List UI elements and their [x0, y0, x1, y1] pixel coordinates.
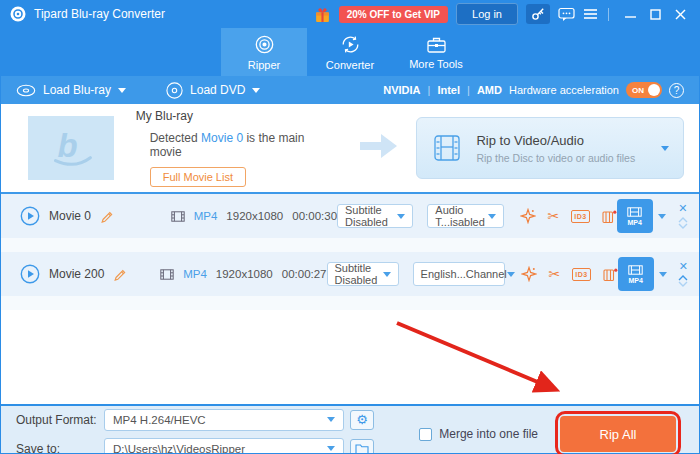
- feedback-icon[interactable]: [558, 7, 575, 22]
- rip-all-button[interactable]: Rip All: [560, 416, 676, 452]
- register-key-button[interactable]: [526, 4, 550, 24]
- row-divider: [0, 296, 700, 310]
- subtitle-select[interactable]: Subtitle Disabled: [337, 204, 413, 228]
- move-down-icon[interactable]: [678, 281, 688, 287]
- play-icon[interactable]: [20, 264, 40, 284]
- flow-arrow-icon: [360, 134, 398, 162]
- format-badge: MP4: [194, 210, 218, 222]
- help-icon[interactable]: ?: [669, 83, 684, 98]
- tab-converter[interactable]: Converter: [307, 28, 393, 76]
- chevron-down-icon: [327, 417, 335, 422]
- id3-tag-icon[interactable]: ID3: [572, 268, 590, 281]
- hardware-acceleration-toggle[interactable]: ON: [626, 82, 662, 98]
- folder-icon: [355, 443, 369, 454]
- output-profile-dropdown-icon[interactable]: [658, 214, 666, 219]
- save-to-select[interactable]: D:\Users\hz\VideosRipper: [104, 438, 344, 454]
- metadata-edit-icon[interactable]: [603, 267, 618, 282]
- row-divider: [0, 238, 700, 252]
- dvd-disc-icon: [166, 82, 183, 99]
- toggle-knob: [648, 84, 660, 96]
- remove-row-icon[interactable]: ✕: [678, 203, 687, 214]
- cut-icon[interactable]: ✂: [549, 267, 561, 281]
- menu-icon[interactable]: [583, 8, 598, 20]
- disc-title: My Blu-ray: [136, 109, 335, 123]
- gift-icon[interactable]: [314, 6, 331, 23]
- save-to-value: D:\Users\hz\VideosRipper: [113, 443, 245, 454]
- toggle-on-label: ON: [632, 86, 644, 95]
- tab-more-tools-label: More Tools: [409, 58, 463, 70]
- chevron-down-icon: [327, 446, 335, 451]
- merge-checkbox[interactable]: [419, 428, 432, 441]
- movie-meta: MP4 1920x1080 00:00:27: [160, 268, 326, 280]
- maximize-icon[interactable]: [650, 9, 661, 20]
- chevron-down-icon: [383, 272, 391, 277]
- ripper-icon: [254, 34, 275, 55]
- promo-badge[interactable]: 20% OFF to Get VIP: [339, 6, 448, 23]
- row-actions: ✕: [676, 203, 690, 229]
- load-dvd-button[interactable]: Load DVD: [166, 82, 260, 99]
- bluray-logo-icon: b: [42, 127, 100, 169]
- remove-row-icon[interactable]: ✕: [679, 261, 688, 272]
- play-icon[interactable]: [20, 206, 40, 226]
- load-bluray-dropdown-icon[interactable]: [118, 88, 126, 93]
- intel-label: Intel: [437, 84, 460, 96]
- edit-effects-icon[interactable]: [521, 266, 537, 282]
- output-format-select[interactable]: MP4 H.264/HEVC: [104, 409, 344, 431]
- main-movie-link[interactable]: Movie 0: [201, 131, 243, 145]
- tab-ripper-label: Ripper: [248, 59, 280, 71]
- id3-tag-icon[interactable]: ID3: [571, 210, 589, 223]
- edit-effects-icon[interactable]: [520, 208, 536, 224]
- subtitle-select-value: Subtitle Disabled: [335, 262, 383, 286]
- rip-mode-subtitle: Rip the Disc to video or audio files: [476, 152, 635, 164]
- audio-track-select[interactable]: Audio T...isabled: [427, 204, 503, 228]
- detected-line: Detected Movie 0 is the main movie: [150, 131, 335, 159]
- movie-row: Movie 200 MP4 1920x1080 00:00:27 Subtitl…: [0, 252, 700, 296]
- row-actions: ✕: [677, 261, 690, 287]
- hardware-acceleration-label: Hardware acceleration: [509, 84, 619, 96]
- format-settings-button[interactable]: ⚙: [350, 410, 374, 430]
- row-tool-icons: ✂ ID3: [520, 208, 617, 224]
- close-icon[interactable]: [675, 9, 686, 20]
- merge-option: Merge into one file: [419, 427, 538, 441]
- rename-pencil-icon[interactable]: [100, 209, 114, 223]
- tab-more-tools[interactable]: More Tools: [393, 28, 479, 76]
- footer-bar: Output Format: MP4 H.264/HEVC ⚙ Save to:…: [0, 404, 700, 454]
- minimize-icon[interactable]: [625, 9, 636, 20]
- output-profile-button[interactable]: MP4: [617, 199, 653, 233]
- metadata-edit-icon[interactable]: [602, 209, 617, 224]
- rip-mode-selector[interactable]: Rip to Video/Audio Rip the Disc to video…: [416, 117, 684, 179]
- merge-checkbox-label: Merge into one file: [439, 427, 538, 441]
- app-window: Tipard Blu-ray Converter 20% OFF to Get …: [0, 0, 700, 454]
- svg-text:b: b: [57, 127, 77, 164]
- load-bluray-button[interactable]: Load Blu-ray: [16, 83, 126, 97]
- output-format-label: Output Format:: [16, 413, 104, 427]
- output-format-value: MP4 H.264/HEVC: [113, 414, 206, 426]
- cut-icon[interactable]: ✂: [548, 209, 560, 223]
- load-dvd-dropdown-icon[interactable]: [252, 88, 260, 93]
- rip-all-wrap: Rip All: [560, 416, 676, 452]
- movie-meta: MP4 1920x1080 00:00:30: [171, 210, 337, 222]
- audio-track-select[interactable]: English...Channel: [413, 262, 505, 286]
- full-movie-list-button[interactable]: Full Movie List: [150, 167, 246, 187]
- subtitle-select[interactable]: Subtitle Disabled: [327, 262, 399, 286]
- output-profile-dropdown-icon[interactable]: [659, 272, 667, 277]
- save-to-label: Save to:: [16, 442, 104, 454]
- app-logo-icon: [10, 6, 26, 22]
- brand-separator: |: [467, 84, 470, 96]
- disc-thumbnail: b: [28, 116, 114, 180]
- output-profile-button[interactable]: MP4: [618, 257, 654, 291]
- output-profile-label: MP4: [629, 277, 643, 284]
- login-button[interactable]: Log in: [456, 3, 518, 25]
- format-badge: MP4: [183, 268, 207, 280]
- resolution-value: 1920x1080: [226, 210, 283, 222]
- movie-title-group: Movie 0: [10, 206, 171, 226]
- tab-ripper[interactable]: Ripper: [221, 28, 307, 76]
- tab-converter-label: Converter: [326, 59, 374, 71]
- move-down-icon[interactable]: [678, 223, 688, 229]
- rename-pencil-icon[interactable]: [113, 267, 127, 281]
- open-folder-button[interactable]: [350, 439, 374, 454]
- row-tool-icons: ✂ ID3: [521, 266, 618, 282]
- movie-name: Movie 200: [49, 267, 104, 281]
- rip-mode-dropdown-icon[interactable]: [661, 146, 669, 151]
- load-dvd-label: Load DVD: [190, 83, 245, 97]
